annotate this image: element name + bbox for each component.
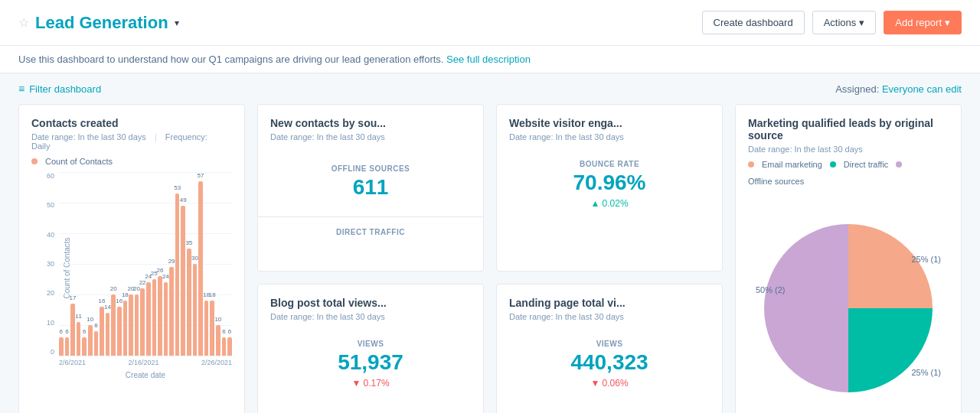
contacts-legend-dot — [31, 158, 38, 164]
bar-item: 20 — [111, 294, 116, 356]
bar-item: 6 — [82, 337, 87, 356]
contacts-created-title: Contacts created — [31, 117, 232, 129]
email-marketing-dot — [748, 161, 754, 167]
blog-views-label: VIEWS — [270, 340, 471, 348]
pie-label-offline: 50% (2) — [756, 285, 786, 294]
marketing-qualified-card: Marketing qualified leads by original so… — [735, 104, 962, 413]
filter-label: Filter dashboard — [29, 83, 101, 95]
bar-item: 6 — [222, 337, 227, 356]
bar-item: 18 — [204, 301, 209, 356]
new-contacts-subtitle: Date range: In the last 30 days — [270, 132, 471, 141]
filter-icon: ≡ — [18, 83, 24, 95]
subtitle-text: Use this dashboard to understand how our… — [18, 54, 443, 65]
bar-item: 22 — [140, 288, 145, 356]
add-report-button[interactable]: Add report ▾ — [884, 11, 962, 34]
bounce-rate-change: ▲ 0.02% — [509, 198, 710, 209]
bar-item: 30 — [193, 264, 198, 356]
direct-traffic-dot — [830, 161, 836, 167]
contacts-legend: Count of Contacts — [31, 157, 232, 166]
landing-page-card: Landing page total vi... Date range: In … — [496, 284, 723, 413]
marketing-legend: Email marketing Direct traffic Offline s… — [748, 160, 949, 186]
bar-item: 20 — [129, 294, 133, 356]
bar-item: 8 — [94, 331, 99, 356]
blog-views-value: 51,937 — [270, 351, 471, 375]
landing-views-change: ▼ 0.06% — [509, 378, 710, 389]
marketing-qualified-subtitle: Date range: In the last 30 days — [748, 145, 949, 154]
email-marketing-label: Email marketing — [762, 160, 822, 169]
bar-item: 57 — [198, 181, 203, 356]
website-visitor-subtitle: Date range: In the last 30 days — [509, 132, 710, 141]
contacts-created-card: Contacts created Date range: In the last… — [18, 104, 245, 413]
landing-views-section: VIEWS 440,323 ▼ 0.06% — [509, 327, 710, 401]
contacts-legend-label: Count of Contacts — [45, 157, 113, 166]
landing-views-value: 440,323 — [509, 351, 710, 375]
new-contacts-title: New contacts by sou... — [270, 117, 471, 129]
offline-sources-dot — [896, 161, 902, 167]
bar-item: 10 — [88, 325, 93, 356]
bounce-rate-section: BOUNCE RATE 70.96% ▲ 0.02% — [509, 148, 710, 221]
blog-views-change: ▼ 0.17% — [270, 378, 471, 389]
bar-item: 17 — [70, 304, 75, 356]
blog-post-subtitle: Date range: In the last 30 days — [270, 312, 471, 321]
filter-dashboard-button[interactable]: ≡ Filter dashboard — [18, 83, 101, 95]
offline-sources-label: OFFLINE SOURCES — [270, 164, 471, 173]
bar-item: 18 — [210, 301, 214, 356]
bar-item: 24 — [164, 282, 168, 356]
bar-chart: Count of Contacts 6050403020100 6 — [31, 172, 232, 409]
offline-sources-value: 611 — [270, 176, 471, 200]
website-visitor-title: Website visitor enga... — [509, 117, 710, 129]
header-left: ☆ Lead Generation ▾ — [18, 13, 179, 33]
page-title: Lead Generation — [35, 13, 168, 33]
direct-traffic-legend-label: Direct traffic — [844, 160, 888, 169]
dashboard-grid: Contacts created Date range: In the last… — [0, 104, 980, 413]
bar-item: 6 — [65, 337, 70, 356]
landing-views-label: VIEWS — [509, 340, 710, 348]
pie-chart — [749, 209, 948, 408]
new-contacts-metric-section: OFFLINE SOURCES 611 — [270, 148, 471, 216]
direct-traffic-label: DIRECT TRAFFIC — [270, 217, 471, 236]
landing-page-title: Landing page total vi... — [509, 297, 710, 309]
bar-item: 24 — [146, 282, 151, 356]
bar-item: 49 — [181, 206, 185, 356]
bar-item: 16 — [117, 307, 122, 356]
assigned-label: Assigned: — [835, 83, 879, 95]
header-right: Create dashboard Actions ▾ Add report ▾ — [702, 11, 962, 34]
bar-item: 16 — [100, 307, 104, 356]
offline-sources-legend-label: Offline sources — [748, 177, 804, 186]
bar-item: 14 — [106, 313, 110, 356]
assigned-link[interactable]: Everyone can edit — [882, 83, 962, 95]
bounce-rate-label: BOUNCE RATE — [509, 160, 710, 168]
blog-post-card: Blog post total views... Date range: In … — [257, 284, 484, 413]
bar-item: 6 — [59, 337, 64, 356]
bar-item: 53 — [175, 193, 180, 356]
pie-label-direct: 25% (1) — [911, 368, 941, 377]
bounce-rate-value: 70.96% — [509, 171, 710, 195]
bar-item: 11 — [77, 322, 81, 356]
bar-item: 26 — [158, 276, 162, 356]
chevron-down-icon[interactable]: ▾ — [175, 18, 179, 28]
bar-item: 6 — [227, 337, 232, 356]
new-contacts-card: New contacts by sou... Date range: In th… — [257, 104, 484, 272]
bar-item: 35 — [187, 249, 191, 356]
bar-item: 18 — [123, 301, 128, 356]
pie-chart-container: 25% (1) 50% (2) 25% (1) — [748, 193, 949, 413]
bar-item: 25 — [152, 279, 157, 356]
blog-post-title: Blog post total views... — [270, 297, 471, 309]
assigned-section: Assigned: Everyone can edit — [835, 83, 962, 95]
create-dashboard-button[interactable]: Create dashboard — [702, 11, 805, 34]
blog-views-section: VIEWS 51,937 ▼ 0.17% — [270, 327, 471, 401]
marketing-qualified-title: Marketing qualified leads by original so… — [748, 117, 949, 141]
bar-item: 20 — [135, 294, 139, 356]
x-axis-title: Create date — [59, 371, 232, 379]
bar-item: 10 — [216, 325, 220, 356]
star-icon[interactable]: ☆ — [18, 15, 29, 30]
pie-label-email: 25% (1) — [911, 255, 941, 264]
filter-bar: ≡ Filter dashboard Assigned: Everyone ca… — [0, 73, 980, 104]
bar-item: 29 — [169, 267, 174, 356]
contacts-created-subtitle: Date range: In the last 30 days | Freque… — [31, 132, 232, 151]
landing-page-subtitle: Date range: In the last 30 days — [509, 312, 710, 321]
website-visitor-card: Website visitor enga... Date range: In t… — [496, 104, 723, 272]
header: ☆ Lead Generation ▾ Create dashboard Act… — [0, 0, 980, 46]
see-full-description-link[interactable]: See full description — [446, 54, 531, 65]
actions-button[interactable]: Actions ▾ — [812, 11, 877, 34]
